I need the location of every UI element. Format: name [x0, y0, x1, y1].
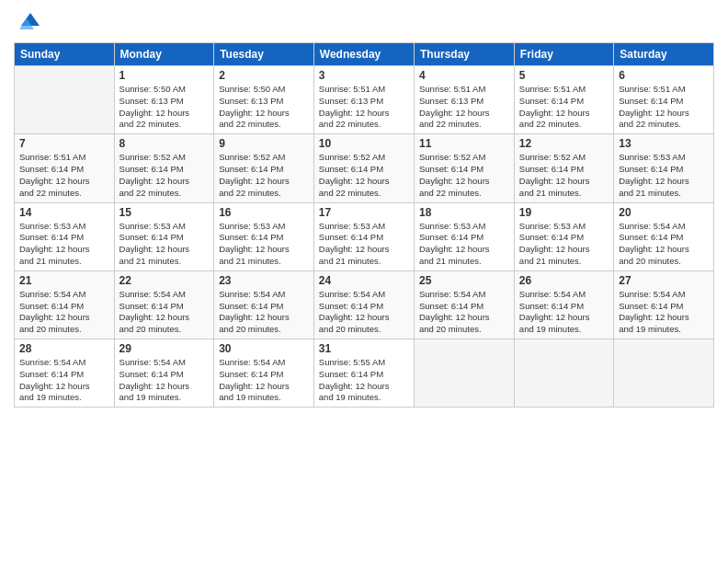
- day-number: 13: [619, 137, 709, 150]
- calendar-header-row: SundayMondayTuesdayWednesdayThursdayFrid…: [15, 43, 714, 66]
- day-number: 7: [19, 137, 109, 150]
- calendar-week-1: 1Sunrise: 5:50 AM Sunset: 6:13 PM Daylig…: [15, 66, 714, 134]
- calendar-cell: [15, 66, 115, 134]
- page: SundayMondayTuesdayWednesdayThursdayFrid…: [0, 0, 728, 563]
- calendar-cell: 7Sunrise: 5:51 AM Sunset: 6:14 PM Daylig…: [15, 134, 115, 202]
- day-info: Sunrise: 5:51 AM Sunset: 6:13 PM Dayligh…: [319, 84, 409, 131]
- day-number: 31: [319, 342, 409, 355]
- day-info: Sunrise: 5:54 AM Sunset: 6:14 PM Dayligh…: [19, 289, 109, 336]
- day-info: Sunrise: 5:50 AM Sunset: 6:13 PM Dayligh…: [119, 84, 210, 131]
- calendar-cell: 24Sunrise: 5:54 AM Sunset: 6:14 PM Dayli…: [313, 270, 414, 339]
- calendar-cell: 10Sunrise: 5:52 AM Sunset: 6:14 PM Dayli…: [313, 134, 414, 202]
- day-info: Sunrise: 5:54 AM Sunset: 6:14 PM Dayligh…: [619, 221, 709, 268]
- day-info: Sunrise: 5:52 AM Sunset: 6:14 PM Dayligh…: [119, 152, 210, 199]
- column-header-saturday: Saturday: [614, 43, 714, 66]
- calendar-cell: 16Sunrise: 5:53 AM Sunset: 6:14 PM Dayli…: [214, 202, 314, 270]
- calendar-cell: 28Sunrise: 5:54 AM Sunset: 6:14 PM Dayli…: [15, 339, 115, 408]
- day-number: 29: [119, 342, 210, 355]
- calendar-cell: 3Sunrise: 5:51 AM Sunset: 6:13 PM Daylig…: [313, 66, 414, 134]
- day-number: 22: [119, 274, 210, 287]
- calendar-table: SundayMondayTuesdayWednesdayThursdayFrid…: [14, 42, 714, 408]
- calendar-cell: 2Sunrise: 5:50 AM Sunset: 6:13 PM Daylig…: [214, 66, 314, 134]
- day-number: 14: [19, 206, 109, 219]
- day-number: 30: [219, 342, 309, 355]
- calendar-cell: 25Sunrise: 5:54 AM Sunset: 6:14 PM Dayli…: [415, 270, 515, 339]
- calendar-cell: 18Sunrise: 5:53 AM Sunset: 6:14 PM Dayli…: [415, 202, 515, 270]
- day-info: Sunrise: 5:54 AM Sunset: 6:14 PM Dayligh…: [219, 357, 309, 404]
- calendar-week-3: 14Sunrise: 5:53 AM Sunset: 6:14 PM Dayli…: [15, 202, 714, 270]
- day-info: Sunrise: 5:53 AM Sunset: 6:14 PM Dayligh…: [519, 221, 609, 268]
- day-info: Sunrise: 5:54 AM Sunset: 6:14 PM Dayligh…: [619, 289, 709, 336]
- day-info: Sunrise: 5:54 AM Sunset: 6:14 PM Dayligh…: [119, 289, 210, 336]
- calendar-cell: 5Sunrise: 5:51 AM Sunset: 6:14 PM Daylig…: [514, 66, 613, 134]
- day-number: 20: [619, 206, 709, 219]
- day-info: Sunrise: 5:53 AM Sunset: 6:14 PM Dayligh…: [419, 221, 509, 268]
- calendar-cell: 9Sunrise: 5:52 AM Sunset: 6:14 PM Daylig…: [214, 134, 314, 202]
- calendar-cell: [415, 339, 515, 408]
- day-info: Sunrise: 5:53 AM Sunset: 6:14 PM Dayligh…: [619, 152, 709, 199]
- day-info: Sunrise: 5:54 AM Sunset: 6:14 PM Dayligh…: [19, 357, 109, 404]
- day-number: 19: [519, 206, 609, 219]
- calendar-cell: 1Sunrise: 5:50 AM Sunset: 6:13 PM Daylig…: [114, 66, 214, 134]
- day-number: 26: [519, 274, 609, 287]
- day-number: 18: [419, 206, 509, 219]
- column-header-monday: Monday: [114, 43, 214, 66]
- calendar-cell: 30Sunrise: 5:54 AM Sunset: 6:14 PM Dayli…: [214, 339, 314, 408]
- day-number: 28: [19, 342, 109, 355]
- day-info: Sunrise: 5:52 AM Sunset: 6:14 PM Dayligh…: [219, 152, 309, 199]
- logo-icon: [14, 9, 41, 37]
- calendar-cell: 27Sunrise: 5:54 AM Sunset: 6:14 PM Dayli…: [614, 270, 714, 339]
- calendar-week-5: 28Sunrise: 5:54 AM Sunset: 6:14 PM Dayli…: [15, 339, 714, 408]
- calendar-cell: 6Sunrise: 5:51 AM Sunset: 6:14 PM Daylig…: [614, 66, 714, 134]
- calendar-cell: 17Sunrise: 5:53 AM Sunset: 6:14 PM Dayli…: [313, 202, 414, 270]
- day-info: Sunrise: 5:53 AM Sunset: 6:14 PM Dayligh…: [319, 221, 409, 268]
- day-number: 9: [219, 137, 309, 150]
- day-number: 27: [619, 274, 709, 287]
- day-number: 24: [319, 274, 409, 287]
- column-header-wednesday: Wednesday: [313, 43, 414, 66]
- day-info: Sunrise: 5:55 AM Sunset: 6:14 PM Dayligh…: [319, 357, 409, 404]
- calendar-cell: 12Sunrise: 5:52 AM Sunset: 6:14 PM Dayli…: [514, 134, 613, 202]
- day-info: Sunrise: 5:51 AM Sunset: 6:14 PM Dayligh…: [619, 84, 709, 131]
- day-number: 17: [319, 206, 409, 219]
- calendar-cell: 8Sunrise: 5:52 AM Sunset: 6:14 PM Daylig…: [114, 134, 214, 202]
- day-info: Sunrise: 5:53 AM Sunset: 6:14 PM Dayligh…: [219, 221, 309, 268]
- day-number: 10: [319, 137, 409, 150]
- day-info: Sunrise: 5:51 AM Sunset: 6:14 PM Dayligh…: [519, 84, 609, 131]
- day-info: Sunrise: 5:51 AM Sunset: 6:13 PM Dayligh…: [419, 84, 509, 131]
- day-info: Sunrise: 5:54 AM Sunset: 6:14 PM Dayligh…: [519, 289, 609, 336]
- calendar-cell: [614, 339, 714, 408]
- calendar-cell: 21Sunrise: 5:54 AM Sunset: 6:14 PM Dayli…: [15, 270, 115, 339]
- day-number: 6: [619, 69, 709, 82]
- column-header-tuesday: Tuesday: [214, 43, 314, 66]
- day-number: 21: [19, 274, 109, 287]
- calendar-cell: 19Sunrise: 5:53 AM Sunset: 6:14 PM Dayli…: [514, 202, 613, 270]
- day-info: Sunrise: 5:54 AM Sunset: 6:14 PM Dayligh…: [319, 289, 409, 336]
- day-number: 11: [419, 137, 509, 150]
- calendar-cell: 23Sunrise: 5:54 AM Sunset: 6:14 PM Dayli…: [214, 270, 314, 339]
- logo: [14, 9, 43, 37]
- day-number: 8: [119, 137, 210, 150]
- calendar-cell: 13Sunrise: 5:53 AM Sunset: 6:14 PM Dayli…: [614, 134, 714, 202]
- day-number: 12: [519, 137, 609, 150]
- calendar-week-2: 7Sunrise: 5:51 AM Sunset: 6:14 PM Daylig…: [15, 134, 714, 202]
- calendar-cell: 31Sunrise: 5:55 AM Sunset: 6:14 PM Dayli…: [313, 339, 414, 408]
- day-number: 4: [419, 69, 509, 82]
- day-number: 25: [419, 274, 509, 287]
- day-info: Sunrise: 5:52 AM Sunset: 6:14 PM Dayligh…: [319, 152, 409, 199]
- day-info: Sunrise: 5:53 AM Sunset: 6:14 PM Dayligh…: [119, 221, 210, 268]
- column-header-thursday: Thursday: [415, 43, 515, 66]
- day-info: Sunrise: 5:50 AM Sunset: 6:13 PM Dayligh…: [219, 84, 309, 131]
- day-number: 15: [119, 206, 210, 219]
- calendar-cell: 14Sunrise: 5:53 AM Sunset: 6:14 PM Dayli…: [15, 202, 115, 270]
- day-number: 16: [219, 206, 309, 219]
- calendar-cell: 11Sunrise: 5:52 AM Sunset: 6:14 PM Dayli…: [415, 134, 515, 202]
- header: [14, 9, 714, 37]
- day-info: Sunrise: 5:52 AM Sunset: 6:14 PM Dayligh…: [419, 152, 509, 199]
- calendar-cell: 26Sunrise: 5:54 AM Sunset: 6:14 PM Dayli…: [514, 270, 613, 339]
- column-header-sunday: Sunday: [15, 43, 115, 66]
- day-number: 5: [519, 69, 609, 82]
- day-number: 1: [119, 69, 210, 82]
- day-number: 23: [219, 274, 309, 287]
- calendar-cell: 20Sunrise: 5:54 AM Sunset: 6:14 PM Dayli…: [614, 202, 714, 270]
